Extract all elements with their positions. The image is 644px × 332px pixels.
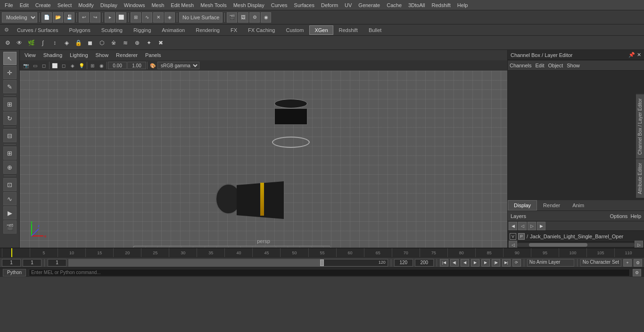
xgen-extra-icon[interactable]: ⊕ bbox=[132, 37, 143, 49]
tab-rigging[interactable]: Rigging bbox=[128, 25, 156, 35]
vp-view-menu[interactable]: View bbox=[23, 51, 38, 59]
snap-curve-btn[interactable]: ∿ bbox=[142, 12, 152, 23]
layer-next-btn[interactable]: ▶ bbox=[537, 222, 545, 230]
menu-3dtool[interactable]: 3DtoAll bbox=[405, 1, 428, 9]
layer-visibility-btn[interactable]: V bbox=[510, 233, 516, 240]
layout-btn[interactable]: ⊞ bbox=[3, 146, 17, 160]
scroll-track[interactable] bbox=[517, 243, 635, 247]
vp-filmgate-icon[interactable]: ▭ bbox=[31, 61, 39, 70]
pb-goto-end-btn[interactable]: ▶| bbox=[502, 259, 511, 267]
xgen-hair-icon[interactable]: ∫ bbox=[37, 37, 49, 49]
render-left-btn[interactable]: 🎬 bbox=[3, 220, 17, 234]
menu-uv[interactable]: UV bbox=[342, 1, 355, 9]
tab-curves-surfaces[interactable]: Curves / Surfaces bbox=[12, 25, 63, 35]
live-surface-btn[interactable]: No Live Surface bbox=[179, 12, 223, 23]
lasso-tool-btn[interactable]: ⬜ bbox=[116, 12, 126, 23]
layers-help-menu[interactable]: Help bbox=[630, 213, 641, 219]
snap-grid-btn[interactable]: ⊞ bbox=[131, 12, 141, 23]
menu-curves[interactable]: Curves bbox=[268, 1, 290, 9]
xgen-util-icon[interactable]: ✦ bbox=[143, 37, 155, 49]
cb-channels-menu[interactable]: Channels bbox=[510, 63, 531, 68]
menu-mesh-display[interactable]: Mesh Display bbox=[231, 1, 267, 9]
vp-clip-icon[interactable]: ◻ bbox=[40, 61, 48, 70]
slider-start-field[interactable] bbox=[48, 259, 66, 267]
plus-btn[interactable]: ⊕ bbox=[3, 161, 17, 174]
tab-xgen[interactable]: XGen bbox=[309, 25, 333, 35]
tab-bullet[interactable]: Bullet bbox=[363, 25, 387, 35]
vp-hud-icon[interactable]: ◉ bbox=[97, 61, 106, 70]
workspace-dropdown[interactable]: Modeling bbox=[2, 12, 37, 23]
menu-mesh-tools[interactable]: Mesh Tools bbox=[198, 1, 229, 9]
pb-play-btn[interactable]: ▶ bbox=[471, 259, 479, 267]
vp-texture-icon[interactable]: ◈ bbox=[68, 61, 77, 70]
menu-file[interactable]: File bbox=[2, 1, 16, 9]
vp-show-menu[interactable]: Show bbox=[94, 51, 111, 59]
menu-create[interactable]: Create bbox=[33, 1, 54, 9]
cb-show-menu[interactable]: Show bbox=[567, 63, 580, 68]
layer-item[interactable]: V P / Jack_Daniels_Light_Single_Barrel_O… bbox=[508, 231, 644, 242]
vp-lighting-menu[interactable]: Lighting bbox=[68, 51, 90, 59]
vp-panels-menu[interactable]: Panels bbox=[143, 51, 163, 59]
pb-next-frame-btn[interactable]: ▶ bbox=[481, 259, 490, 267]
xgen-leaf-icon[interactable]: 🌿 bbox=[25, 37, 37, 49]
snap-point-btn[interactable]: ✕ bbox=[153, 12, 164, 23]
pb-loop-btn[interactable]: ⟳ bbox=[512, 259, 521, 267]
new-scene-btn[interactable]: 📄 bbox=[41, 12, 52, 23]
tab-rendering[interactable]: Rendering bbox=[190, 25, 225, 35]
scene-area[interactable]: x y z persp bbox=[20, 71, 507, 248]
move-tool[interactable]: ✛ bbox=[3, 66, 17, 79]
vp-wireframe-icon[interactable]: ⬜ bbox=[50, 61, 59, 70]
menu-redshift[interactable]: Redshift bbox=[429, 1, 453, 9]
vp-zoom-field[interactable] bbox=[127, 62, 146, 69]
vp-light-icon[interactable]: 💡 bbox=[77, 61, 86, 70]
component-btn[interactable]: ⊡ bbox=[3, 178, 17, 191]
cb-close-btn[interactable]: ✕ bbox=[637, 52, 641, 58]
menu-surfaces[interactable]: Surfaces bbox=[291, 1, 317, 9]
tab-animation[interactable]: Animation bbox=[157, 25, 190, 35]
layer-next2-btn[interactable]: ▷ bbox=[528, 222, 536, 230]
open-scene-btn[interactable]: 📂 bbox=[53, 12, 63, 23]
char-set-add-btn[interactable]: + bbox=[623, 259, 632, 267]
menu-edit[interactable]: Edit bbox=[17, 1, 32, 9]
cb-tab-render[interactable]: Render bbox=[537, 200, 566, 211]
select-tool[interactable]: ↖ bbox=[3, 52, 17, 65]
layers-label[interactable]: Layers bbox=[511, 213, 526, 219]
status-settings-icon[interactable]: ⚙ bbox=[633, 269, 641, 276]
menu-generate[interactable]: Generate bbox=[355, 1, 383, 9]
xgen-select-icon[interactable]: ◈ bbox=[61, 37, 72, 49]
menu-edit-mesh[interactable]: Edit Mesh bbox=[168, 1, 197, 9]
attribute-editor-edge-label[interactable]: Attribute Editor bbox=[636, 159, 644, 198]
redo-btn[interactable]: ↪ bbox=[90, 12, 100, 23]
vp-colorspace-select[interactable]: sRGB gamma bbox=[157, 62, 199, 69]
pb-prev-frame-btn[interactable]: ◀ bbox=[461, 259, 469, 267]
tab-fx[interactable]: FX bbox=[225, 25, 242, 35]
ring-object[interactable] bbox=[272, 137, 310, 148]
range-end-field[interactable] bbox=[394, 259, 413, 267]
vp-shading-menu[interactable]: Shading bbox=[41, 51, 64, 59]
layers-scrollbar[interactable]: ◁ ▷ bbox=[508, 242, 644, 248]
cb-edit-menu[interactable]: Edit bbox=[535, 63, 544, 68]
render-settings-btn[interactable]: ⚙ bbox=[249, 12, 260, 23]
char-set-dropdown[interactable]: No Character Set bbox=[580, 259, 621, 267]
frame-start-field[interactable] bbox=[2, 259, 21, 267]
script-input[interactable] bbox=[29, 269, 630, 276]
vp-renderer-menu[interactable]: Renderer bbox=[114, 51, 140, 59]
cylinder-object[interactable] bbox=[274, 99, 307, 127]
vp-rotate-field[interactable] bbox=[108, 62, 127, 69]
snap-surface-btn[interactable]: ◈ bbox=[165, 12, 175, 23]
layer-playback-btn[interactable]: P bbox=[518, 233, 525, 240]
pb-next-key-btn[interactable]: |▶ bbox=[492, 259, 500, 267]
xgen-constrain-icon[interactable]: 🔒 bbox=[73, 37, 84, 49]
playback-slider[interactable]: 120 bbox=[68, 259, 388, 267]
undo-btn[interactable]: ↩ bbox=[79, 12, 89, 23]
cb-tab-display[interactable]: Display bbox=[508, 200, 537, 211]
rotate-tool[interactable]: ↻ bbox=[3, 112, 17, 125]
layer-prev2-btn[interactable]: ◁ bbox=[518, 222, 527, 230]
layers-options-menu[interactable]: Options bbox=[610, 213, 627, 219]
xgen-del-icon[interactable]: ✖ bbox=[155, 37, 166, 49]
menu-windows[interactable]: Windows bbox=[121, 1, 148, 9]
xgen-guide-icon[interactable]: ↕ bbox=[49, 37, 60, 49]
menu-modify[interactable]: Modify bbox=[75, 1, 96, 9]
vp-colorspace-icon[interactable]: 🎨 bbox=[149, 61, 157, 70]
menu-cache[interactable]: Cache bbox=[384, 1, 405, 9]
